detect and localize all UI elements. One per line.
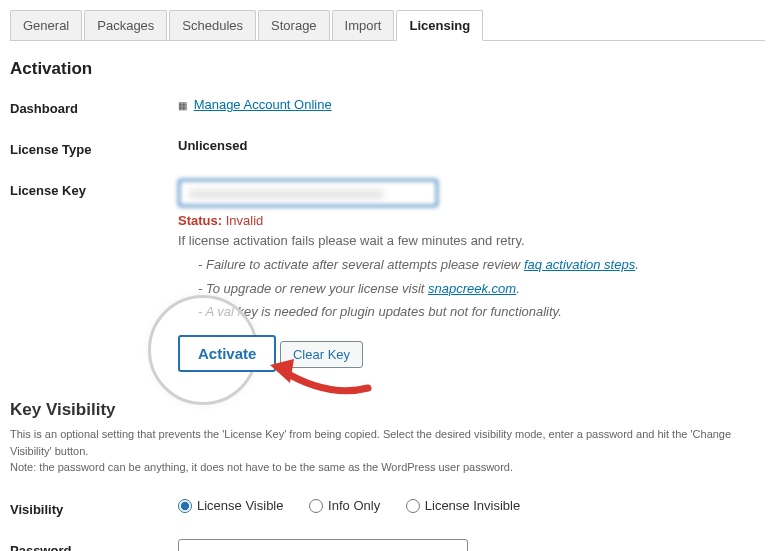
help-text: If license activation fails please wait … <box>178 231 765 252</box>
license-type-label: License Type <box>10 138 178 157</box>
tab-import[interactable]: Import <box>332 10 395 40</box>
password-input[interactable] <box>178 539 468 551</box>
radio-info-only[interactable]: Info Only <box>309 498 380 513</box>
radio-license-visible-text: License Visible <box>197 498 283 513</box>
svg-marker-0 <box>270 359 294 383</box>
radio-license-visible-input[interactable] <box>178 499 192 513</box>
tab-licensing[interactable]: Licensing <box>396 10 483 41</box>
tabs-bar: General Packages Schedules Storage Impor… <box>10 10 765 41</box>
license-type-value: Unlicensed <box>178 138 247 153</box>
activate-button[interactable]: Activate <box>178 335 276 372</box>
radio-license-invisible-text: License Invisible <box>425 498 520 513</box>
tip1-prefix: - Failure to activate after several atte… <box>198 257 524 272</box>
radio-license-invisible[interactable]: License Invisible <box>406 498 520 513</box>
tab-packages[interactable]: Packages <box>84 10 167 40</box>
tab-general[interactable]: General <box>10 10 82 40</box>
kv-desc-2: Note: the password can be anything, it d… <box>10 459 765 476</box>
license-key-input[interactable] <box>178 179 438 207</box>
radio-info-only-text: Info Only <box>328 498 380 513</box>
tip3-rest: key is needed for plugin updates but not… <box>234 304 562 319</box>
dashboard-label: Dashboard <box>10 97 178 116</box>
faq-link[interactable]: faq activation steps <box>524 257 635 272</box>
status-value: Invalid <box>226 213 264 228</box>
radio-license-visible[interactable]: License Visible <box>178 498 283 513</box>
key-visibility-heading: Key Visibility <box>10 400 765 420</box>
radio-info-only-input[interactable] <box>309 499 323 513</box>
radio-license-invisible-input[interactable] <box>406 499 420 513</box>
visibility-label: Visibility <box>10 498 178 517</box>
tip2-suffix: . <box>516 281 520 296</box>
password-label: Password <box>10 539 178 551</box>
status-label: Status: <box>178 213 222 228</box>
tip1-suffix: . <box>635 257 639 272</box>
arrow-icon <box>268 353 378 403</box>
activation-heading: Activation <box>10 59 765 79</box>
manage-account-link[interactable]: Manage Account Online <box>194 97 332 112</box>
tab-storage[interactable]: Storage <box>258 10 330 40</box>
snapcreek-link[interactable]: snapcreek.com <box>428 281 516 296</box>
kv-desc-1: This is an optional setting that prevent… <box>10 426 765 459</box>
tab-schedules[interactable]: Schedules <box>169 10 256 40</box>
tip2-prefix: - To upgrade or renew your license visit <box>198 281 428 296</box>
license-key-label: License Key <box>10 179 178 198</box>
grid-icon: ▦ <box>178 100 187 111</box>
